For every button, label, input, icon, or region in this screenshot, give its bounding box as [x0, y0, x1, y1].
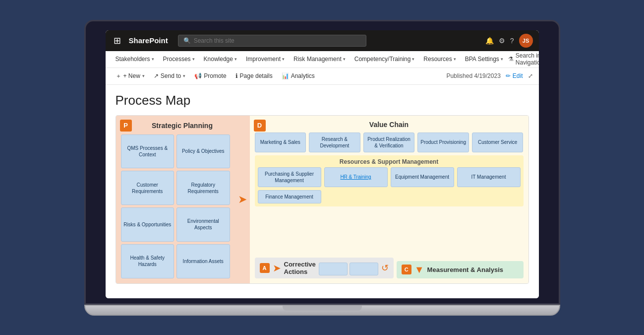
toolbar-right: Published 4/19/2023 ✏ Edit ⤢ — [446, 72, 532, 79]
measurement-section: C ▼ Measurement & Analysis — [397, 261, 524, 278]
card-equipment-management[interactable]: Equipment Management — [391, 167, 454, 187]
nav-stakeholders[interactable]: Stakeholders ▾ — [112, 54, 158, 65]
chevron-icon: ▾ — [234, 57, 237, 62]
toolbar: ＋ + New ▾ ↗ Send to ▾ 📢 Promote ℹ Page d… — [106, 68, 539, 85]
chevron-icon: ▾ — [454, 57, 456, 62]
avatar[interactable]: JS — [519, 34, 533, 48]
notification-icon[interactable]: 🔔 — [485, 37, 494, 45]
corrective-cards — [319, 263, 378, 275]
corrective-actions-section: A ➤ Corrective Actions ↺ — [255, 258, 394, 278]
send-icon: ↗ — [154, 72, 159, 79]
chevron-icon: ▾ — [282, 57, 285, 62]
brand-name: SharePoint — [129, 36, 168, 45]
nav-resources[interactable]: Resources ▾ — [419, 54, 460, 65]
section-arrow: ➤ — [235, 116, 250, 283]
help-icon[interactable]: ? — [510, 37, 514, 45]
expand-icon[interactable]: ⤢ — [528, 72, 533, 79]
strategic-planning-section: P Strategic Planning QMS Processes & Con… — [116, 116, 235, 283]
page-content: Process Map P Strategic Planning QMS Pro… — [106, 85, 539, 298]
nav-bpa-settings[interactable]: BPA Settings ▾ — [461, 54, 507, 65]
corrective-title: Corrective Actions — [284, 261, 316, 275]
vc-bottom: A ➤ Corrective Actions ↺ C — [255, 209, 524, 278]
published-status: Published 4/19/2023 — [446, 72, 500, 79]
chevron-icon: ▾ — [412, 57, 414, 62]
edit-button[interactable]: ✏ Edit — [506, 72, 523, 79]
value-chain-section: D Value Chain Marketing & Sales Research… — [250, 116, 528, 283]
promote-icon: 📢 — [194, 72, 202, 79]
support-row: Purchasing & Supplier Management HR & Tr… — [258, 167, 521, 203]
card-policy-objectives[interactable]: Policy & Objectives — [176, 134, 230, 169]
card-marketing-sales[interactable]: Marketing & Sales — [255, 133, 306, 152]
plus-icon: ＋ — [116, 72, 121, 80]
nav-competency[interactable]: Competency/Training ▾ — [351, 54, 419, 65]
card-risks-opportunities[interactable]: Risks & Opportunities — [121, 207, 175, 242]
corrective-card-2[interactable] — [350, 263, 378, 275]
vc-top-row: Marketing & Sales Research & Development… — [255, 133, 524, 152]
card-it-management[interactable]: IT Management — [457, 167, 521, 187]
support-management-section: Resources & Support Management Purchasin… — [255, 155, 524, 206]
waffle-icon[interactable]: ⊞ — [112, 33, 123, 48]
new-button[interactable]: ＋ + New ▾ — [112, 70, 149, 82]
nav-processes[interactable]: Processes ▾ — [159, 54, 199, 65]
strategic-title: Strategic Planning — [121, 122, 230, 130]
nav-improvement[interactable]: Improvement ▾ — [242, 54, 289, 65]
nav-knowledge[interactable]: Knowledge ▾ — [200, 54, 241, 65]
measurement-title: Measurement & Analysis — [427, 266, 503, 273]
card-regulatory-requirements[interactable]: Regulatory Requirements — [176, 171, 230, 205]
analytics-icon: 📊 — [282, 72, 289, 79]
screen-bezel: ⊞ SharePoint 🔍 🔔 ⚙ ? JS Stakeholders ▾ — [84, 20, 560, 305]
card-health-safety[interactable]: Health & Safety Hazards — [121, 244, 175, 278]
vc-title: Value Chain — [255, 121, 524, 129]
promote-button[interactable]: 📢 Promote — [190, 71, 230, 81]
down-arrow-icon-2: ▼ — [414, 264, 424, 275]
send-to-button[interactable]: ↗ Send to ▾ — [150, 71, 189, 81]
chevron-icon: ▾ — [142, 73, 145, 78]
nav-bar: Stakeholders ▾ Processes ▾ Knowledge ▾ I… — [106, 51, 539, 68]
card-finance-management[interactable]: Finance Management — [258, 190, 321, 203]
chevron-icon: ▾ — [152, 57, 154, 62]
card-environmental-aspects[interactable]: Environmental Aspects — [176, 207, 230, 242]
search-bar[interactable]: 🔍 — [178, 35, 366, 47]
corrective-card-1[interactable] — [319, 263, 348, 275]
cycle-icon: ↺ — [381, 263, 389, 273]
sharepoint-topbar: ⊞ SharePoint 🔍 🔔 ⚙ ? JS — [106, 30, 539, 51]
vc-header: D Value Chain — [255, 121, 524, 129]
analytics-button[interactable]: 📊 Analytics — [278, 71, 319, 81]
down-arrow-icon: ➤ — [273, 262, 281, 274]
laptop-screen: ⊞ SharePoint 🔍 🔔 ⚙ ? JS Stakeholders ▾ — [106, 30, 539, 298]
laptop-shell: ⊞ SharePoint 🔍 🔔 ⚙ ? JS Stakeholders ▾ — [84, 20, 560, 316]
valuechain-badge: D — [254, 120, 266, 132]
card-hr-training[interactable]: HR & Training — [324, 167, 388, 187]
card-product-realization[interactable]: Product Realization & Verification — [363, 133, 415, 152]
pencil-icon: ✏ — [506, 72, 511, 79]
corrective-badge: A — [260, 263, 270, 273]
process-map-diagram: P Strategic Planning QMS Processes & Con… — [116, 115, 529, 284]
strategic-badge: P — [120, 120, 132, 132]
filter-icon: ⚗ — [508, 56, 514, 63]
chevron-icon: ▾ — [183, 73, 185, 78]
card-information-assets[interactable]: Information Assets — [176, 244, 230, 278]
card-product-provisioning[interactable]: Product Provisioning — [417, 133, 469, 152]
laptop-base — [84, 305, 560, 316]
page-title: Process Map — [116, 93, 529, 108]
nav-search[interactable]: ⚗ Search in Navigation — [508, 52, 539, 66]
page-details-button[interactable]: ℹ Page details — [232, 71, 277, 81]
card-customer-requirements[interactable]: Customer Requirements — [121, 171, 175, 205]
card-purchasing-supplier[interactable]: Purchasing & Supplier Management — [258, 167, 321, 187]
laptop-notch — [283, 306, 362, 311]
support-title: Resources & Support Management — [258, 158, 521, 165]
card-qms-processes[interactable]: QMS Processes & Context — [121, 134, 175, 169]
card-customer-service[interactable]: Customer Service — [472, 133, 524, 152]
search-input[interactable] — [194, 37, 361, 44]
info-icon: ℹ — [235, 72, 238, 79]
search-icon: 🔍 — [183, 37, 191, 44]
measurement-badge: C — [402, 265, 411, 274]
chevron-icon: ▾ — [192, 57, 195, 62]
settings-icon[interactable]: ⚙ — [499, 37, 505, 45]
chevron-icon: ▾ — [501, 57, 503, 62]
strategic-grid: QMS Processes & Context Policy & Objecti… — [121, 134, 230, 278]
card-research-development[interactable]: Research & Development — [309, 133, 360, 152]
top-actions: 🔔 ⚙ ? JS — [485, 34, 533, 48]
nav-risk-management[interactable]: Risk Management ▾ — [290, 54, 350, 65]
chevron-icon: ▾ — [343, 57, 346, 62]
